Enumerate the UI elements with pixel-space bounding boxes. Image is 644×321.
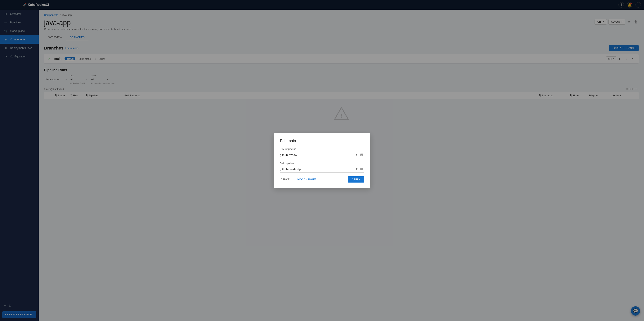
review-pipeline-field: Review pipeline github-review ▼ ⊞: [280, 148, 322, 158]
review-pipeline-label: Review pipeline: [280, 148, 322, 150]
modal-overlay[interactable]: Edit main Review pipeline github-review …: [0, 0, 322, 161]
review-pipeline-select[interactable]: github-review: [280, 152, 322, 158]
review-pipeline-select-wrapper: github-review ▼ ⊞: [280, 152, 322, 158]
modal-title: Edit main: [280, 139, 322, 143]
edit-branch-modal: Edit main Review pipeline github-review …: [274, 133, 322, 161]
